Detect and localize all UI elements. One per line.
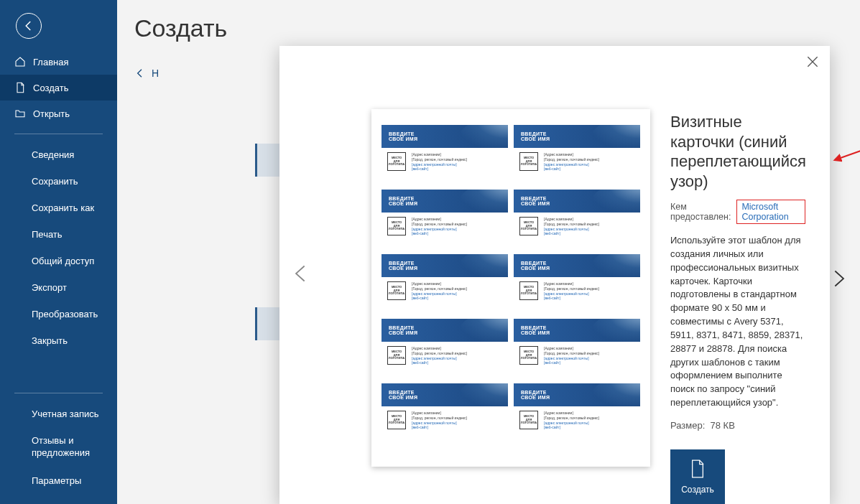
sidebar-sub-save[interactable]: Сохранить (0, 168, 117, 195)
sidebar-sub-close[interactable]: Закрыть (0, 327, 117, 354)
template-size: Размер: 78 КВ (670, 420, 805, 431)
sidebar-item-open[interactable]: Открыть (0, 101, 117, 126)
nav-back-link[interactable]: Н (134, 67, 159, 79)
sidebar-footer-feedback[interactable]: Отзывы и предложения (0, 427, 117, 467)
prev-template-button[interactable] (291, 263, 311, 286)
sidebar-sub-info[interactable]: Сведения (0, 141, 117, 168)
page-title: Создать (117, 0, 860, 50)
create-button[interactable]: Создать (670, 449, 725, 504)
sidebar-footer-options[interactable]: Параметры (0, 467, 117, 494)
sidebar-sub-transform[interactable]: Преобразовать (0, 301, 117, 327)
sidebar-item-label: Создать (33, 83, 68, 93)
business-card: ВВЕДИТЕСВОЕ ИМЯМЕСТОДЛЯЛОГОТИПА[Адрес ко… (514, 190, 640, 250)
svg-line-0 (838, 132, 860, 159)
business-card: ВВЕДИТЕСВОЕ ИМЯМЕСТОДЛЯЛОГОТИПА[Адрес ко… (382, 190, 508, 250)
divider (14, 134, 103, 134)
provider-link[interactable]: Microsoft Corporation (741, 202, 788, 222)
main-area: Создать Н ВВЕДИТЕСВОЕ ИМЯМЕСТОДЛЯЛОГОТИП… (117, 0, 860, 504)
business-card: ВВЕДИТЕСВОЕ ИМЯМЕСТОДЛЯЛОГОТИПА[Адрес ко… (382, 125, 508, 185)
business-card: ВВЕДИТЕСВОЕ ИМЯМЕСТОДЛЯЛОГОТИПА[Адрес ко… (514, 254, 640, 314)
home-icon (14, 56, 26, 67)
business-card: ВВЕДИТЕСВОЕ ИМЯМЕСТОДЛЯЛОГОТИПА[Адрес ко… (382, 383, 508, 444)
nav-back-text: Н (152, 67, 159, 79)
backstage-sidebar: Главная Создать Открыть Сведения Сохрани… (0, 0, 117, 504)
business-card: ВВЕДИТЕСВОЕ ИМЯМЕСТОДЛЯЛОГОТИПА[Адрес ко… (382, 319, 508, 379)
annotation-arrow (831, 129, 860, 164)
template-title: Визитные карточки (синий переплетающийся… (670, 112, 805, 191)
sidebar-sub-print[interactable]: Печать (0, 221, 117, 248)
next-template-button[interactable] (828, 269, 849, 291)
sidebar-item-new[interactable]: Создать (0, 75, 117, 101)
sidebar-sub-share[interactable]: Общий доступ (0, 248, 117, 274)
template-tile-peek (255, 307, 282, 340)
folder-icon (14, 108, 26, 119)
business-card: ВВЕДИТЕСВОЕ ИМЯМЕСТОДЛЯЛОГОТИПА[Адрес ко… (514, 319, 640, 379)
sidebar-item-home[interactable]: Главная (0, 49, 117, 75)
template-tile-peek (255, 144, 282, 177)
provided-by-label: Кем предоставлен: (670, 202, 731, 222)
back-button[interactable] (16, 13, 42, 39)
create-button-label: Создать (681, 485, 714, 495)
divider (14, 393, 103, 393)
sidebar-item-label: Открыть (33, 108, 70, 119)
business-card: ВВЕДИТЕСВОЕ ИМЯМЕСТОДЛЯЛОГОТИПА[Адрес ко… (514, 125, 640, 185)
template-details: Визитные карточки (синий переплетающийся… (670, 112, 805, 504)
close-button[interactable] (805, 55, 820, 69)
sidebar-item-label: Главная (33, 57, 68, 67)
annotation-highlight-box: Microsoft Corporation (736, 200, 805, 224)
business-card: ВВЕДИТЕСВОЕ ИМЯМЕСТОДЛЯЛОГОТИПА[Адрес ко… (514, 383, 640, 444)
business-card: ВВЕДИТЕСВОЕ ИМЯМЕСТОДЛЯЛОГОТИПА[Адрес ко… (382, 254, 508, 314)
sidebar-sub-export[interactable]: Экспорт (0, 274, 117, 301)
template-details-modal: ВВЕДИТЕСВОЕ ИМЯМЕСТОДЛЯЛОГОТИПА[Адрес ко… (279, 46, 830, 504)
sidebar-sub-saveas[interactable]: Сохранить как (0, 195, 117, 221)
template-provider-row: Кем предоставлен: Microsoft Corporation (670, 200, 805, 224)
template-description: Используйте этот шаблон для создания лич… (670, 234, 805, 410)
doc-icon (14, 82, 26, 93)
sidebar-footer-account[interactable]: Учетная запись (0, 401, 117, 427)
template-preview: ВВЕДИТЕСВОЕ ИМЯМЕСТОДЛЯЛОГОТИПА[Адрес ко… (371, 109, 650, 467)
